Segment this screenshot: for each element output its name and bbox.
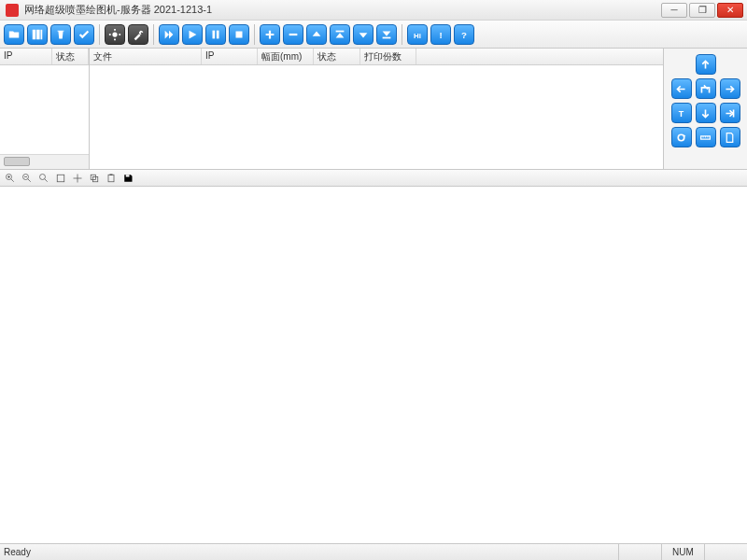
gear-button[interactable] — [105, 24, 125, 45]
zoom-out-icon[interactable] — [21, 172, 34, 185]
save-icon[interactable] — [121, 172, 134, 185]
pad-ruler-button[interactable] — [696, 127, 716, 147]
svg-point-17 — [678, 134, 684, 141]
status-cell — [704, 544, 747, 560]
window-titlebar: 网络超级喷墨绘图机-服务器 2021-1213-1 ─ ❐ ✕ — [0, 0, 747, 21]
host-col-status[interactable]: 状态 — [52, 49, 89, 64]
layout-button[interactable] — [27, 24, 48, 45]
pad-left-button[interactable] — [671, 78, 692, 99]
host-scrollbar[interactable] — [0, 154, 89, 169]
toolbar-separator — [99, 24, 100, 45]
move-up-button[interactable] — [306, 24, 327, 45]
app-icon — [6, 4, 19, 17]
toolbar-separator — [402, 24, 402, 45]
queue-header: 文件 IP 幅面(mm) 状态 打印份数 — [90, 49, 663, 65]
delete-button[interactable] — [50, 24, 71, 45]
svg-rect-2 — [41, 29, 43, 39]
svg-rect-28 — [57, 175, 64, 182]
pan-icon[interactable] — [54, 172, 67, 185]
copy-icon[interactable] — [88, 172, 101, 185]
svg-line-27 — [45, 178, 48, 181]
preview-toolbar — [0, 170, 747, 187]
pause-button[interactable] — [205, 24, 226, 45]
svg-text:!: ! — [439, 29, 442, 39]
stop-button[interactable] — [229, 24, 249, 45]
main-toolbar: Hi ! ? — [0, 21, 747, 49]
queue-body[interactable] — [90, 65, 663, 169]
pad-down-button[interactable] — [696, 103, 716, 123]
queue-col-status[interactable]: 状态 — [314, 49, 360, 64]
svg-rect-12 — [383, 36, 391, 38]
svg-rect-33 — [108, 175, 114, 182]
move-down-button[interactable] — [353, 24, 374, 45]
toolbar-separator — [153, 24, 154, 45]
minimize-button[interactable]: ─ — [661, 3, 687, 18]
svg-line-24 — [28, 178, 31, 181]
svg-rect-0 — [33, 29, 36, 39]
queue-col-ip[interactable]: IP — [202, 49, 258, 64]
svg-rect-9 — [217, 30, 219, 38]
svg-text:T: T — [679, 108, 684, 118]
status-num: NUM — [661, 544, 704, 560]
open-button[interactable] — [4, 24, 24, 45]
paste-icon[interactable] — [105, 172, 118, 185]
host-list-body[interactable] — [0, 65, 89, 154]
svg-text:Hi: Hi — [414, 31, 421, 39]
queue-pane: 文件 IP 幅面(mm) 状态 打印份数 — [90, 49, 663, 169]
host-list-header: IP 状态 — [0, 49, 89, 65]
crosshair-icon[interactable] — [71, 172, 84, 185]
pad-home-button[interactable] — [696, 78, 716, 99]
svg-point-3 — [112, 32, 117, 36]
pad-right-button[interactable] — [720, 78, 740, 99]
move-bottom-button[interactable] — [376, 24, 397, 45]
zoom-in-icon[interactable] — [4, 172, 17, 185]
preview-canvas[interactable] — [0, 187, 747, 543]
upper-pane: IP 状态 文件 IP 幅面(mm) 状态 打印份数 — [0, 49, 747, 170]
queue-col-width[interactable]: 幅面(mm) — [258, 49, 314, 64]
close-button[interactable]: ✕ — [717, 3, 743, 18]
svg-rect-1 — [36, 29, 40, 39]
status-bar: Ready NUM — [0, 543, 747, 560]
arrow-pad: T — [663, 49, 747, 169]
plus-button[interactable] — [260, 24, 280, 45]
svg-rect-34 — [110, 174, 113, 175]
queue-col-spacer — [416, 49, 663, 64]
window-title: 网络超级喷墨绘图机-服务器 2021-1213-1 — [24, 3, 659, 17]
pad-text-button[interactable]: T — [671, 103, 692, 123]
help-button[interactable]: ? — [454, 24, 474, 45]
move-top-button[interactable] — [330, 24, 350, 45]
minus-button[interactable] — [283, 24, 303, 45]
pad-end-button[interactable] — [720, 103, 740, 123]
status-ready: Ready — [0, 547, 56, 557]
hi-button[interactable]: Hi — [407, 24, 428, 45]
host-col-ip[interactable]: IP — [0, 49, 52, 64]
svg-rect-35 — [126, 175, 130, 176]
fast-forward-button[interactable] — [159, 24, 179, 45]
play-button[interactable] — [182, 24, 203, 45]
svg-rect-8 — [213, 30, 216, 38]
host-list-pane: IP 状态 — [0, 49, 90, 169]
maximize-button[interactable]: ❐ — [689, 3, 715, 18]
svg-text:?: ? — [461, 29, 467, 39]
status-cell — [618, 544, 661, 560]
pad-up-button[interactable] — [696, 54, 716, 75]
zoom-fit-icon[interactable] — [37, 172, 50, 185]
svg-rect-10 — [236, 31, 243, 37]
svg-rect-11 — [336, 30, 345, 32]
toolbar-separator — [254, 24, 255, 45]
tools-button[interactable] — [128, 24, 148, 45]
queue-wrap: 文件 IP 幅面(mm) 状态 打印份数 T — [90, 49, 747, 169]
confirm-button[interactable] — [74, 24, 94, 45]
svg-line-20 — [11, 178, 14, 181]
info-button[interactable]: ! — [430, 24, 451, 45]
queue-col-copies[interactable]: 打印份数 — [360, 49, 416, 64]
pad-page-button[interactable] — [720, 127, 740, 147]
svg-point-26 — [40, 174, 46, 179]
pad-loop-button[interactable] — [671, 127, 692, 147]
queue-col-file[interactable]: 文件 — [90, 49, 202, 64]
